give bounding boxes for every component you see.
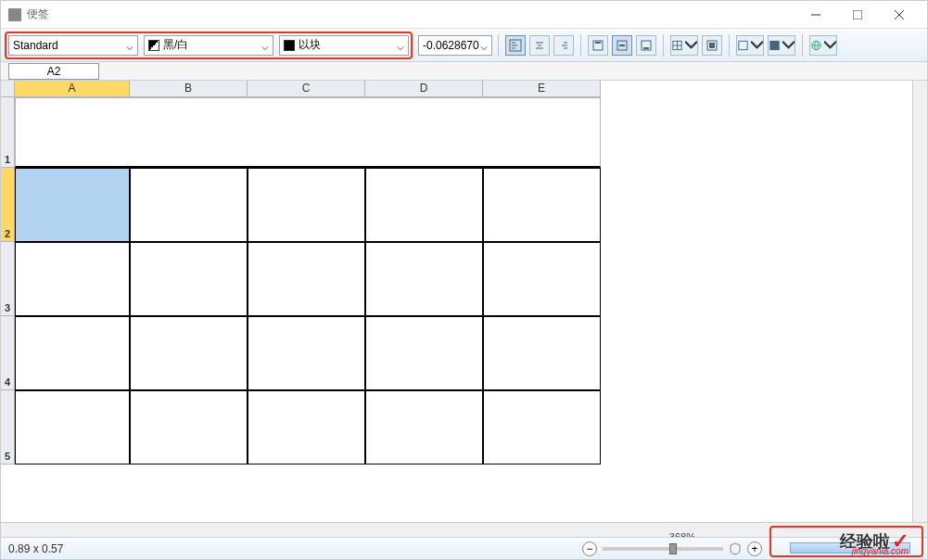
separator [663,34,664,57]
merge-cells-button[interactable] [670,35,698,56]
shield-icon [729,542,742,555]
cell-e3[interactable] [483,242,601,316]
black-swatch-icon [284,40,295,51]
zoom-out-button[interactable]: − [582,541,597,556]
separator [802,34,803,57]
align-center-button[interactable] [529,35,550,56]
app-icon [8,8,21,21]
zoom-control: − + [582,541,762,556]
globe-button[interactable] [809,35,837,56]
cell-reference-input[interactable]: A2 [8,63,99,80]
watermark-url: jingyanla.com [852,546,909,556]
fill-dropdown-label: 以块 [299,37,321,53]
cell-d5[interactable] [365,390,483,465]
zoom-slider[interactable] [603,547,723,551]
vertical-scrollbar[interactable] [912,81,927,522]
cell-e2[interactable] [483,168,601,242]
row-header-5[interactable]: 5 [1,390,15,465]
cell-a4[interactable] [15,316,130,390]
align-right-button[interactable] [553,35,574,56]
cell-a1-merged[interactable] [15,97,601,168]
chevron-down-icon [261,42,269,49]
row-header-2[interactable]: 2 [1,168,15,242]
toolbar-highlight: Standard 黑/白 以块 [5,32,413,59]
select-all-corner[interactable] [1,81,15,97]
toolbar: Standard 黑/白 以块 -0.0628670 [1,29,927,62]
col-header-c[interactable]: C [248,81,365,97]
cell-e4[interactable] [483,316,601,390]
separator [498,34,499,57]
cell-e5[interactable] [483,390,601,465]
cell-c3[interactable] [248,242,365,316]
horizontal-scrollbar[interactable] [1,522,927,537]
color-dropdown[interactable]: 黑/白 [144,35,273,56]
maximize-button[interactable] [836,1,878,29]
border-button-2[interactable] [768,35,795,56]
valign-top-button[interactable] [588,35,608,56]
cell-b4[interactable] [130,316,248,390]
cell-b2[interactable] [130,168,248,242]
row-header-4[interactable]: 4 [1,316,15,390]
number-value: -0.0628670 [423,39,479,52]
minimize-button[interactable] [795,1,836,29]
col-header-a[interactable]: A [15,81,130,97]
status-coords: 0.89 x 0.57 [8,542,582,555]
col-header-d[interactable]: D [365,81,483,97]
separator [580,34,581,57]
column-headers: A B C D E [1,81,601,97]
svg-rect-26 [770,41,779,49]
split-cells-button[interactable] [702,35,722,56]
row-header-1[interactable]: 1 [1,97,15,168]
cell-c4[interactable] [248,316,365,390]
titlebar: 便签 [1,1,927,29]
chevron-down-icon [126,42,133,49]
watermark: 经验啦 ✓ jingyanla.com [840,529,909,554]
zoom-slider-thumb[interactable] [669,543,677,554]
cell-a3[interactable] [15,242,130,316]
chevron-down-icon [397,42,404,49]
col-header-e[interactable]: E [483,81,601,97]
close-button[interactable] [878,1,920,29]
cell-d2[interactable] [365,168,483,242]
svg-rect-24 [709,43,715,48]
svg-rect-1 [853,10,862,19]
valign-middle-button[interactable] [612,35,632,56]
color-dropdown-label: 黑/白 [163,37,188,53]
cell-d4[interactable] [365,316,483,390]
cell-a5[interactable] [15,390,130,465]
cell-b3[interactable] [130,242,248,316]
fill-dropdown[interactable]: 以块 [279,35,409,56]
cell-a2[interactable] [15,168,130,242]
valign-bottom-button[interactable] [636,35,656,56]
window-title: 便签 [27,6,795,22]
border-button-1[interactable] [736,35,764,56]
status-bar: 0.89 x 0.57 − + [1,537,927,559]
reference-bar: A2 [1,62,927,81]
cell-d3[interactable] [365,242,483,316]
cell-c5[interactable] [248,390,365,465]
row-header-3[interactable]: 3 [1,242,15,316]
cell-b5[interactable] [130,390,248,465]
row-headers: 1 2 3 4 5 [1,97,15,465]
svg-rect-25 [739,41,747,49]
chevron-down-icon [480,42,488,49]
style-dropdown[interactable]: Standard [8,35,138,56]
style-dropdown-label: Standard [13,39,58,52]
col-header-b[interactable]: B [130,81,248,97]
bw-swatch-icon [148,40,159,51]
cell-c2[interactable] [248,168,365,242]
align-left-button[interactable] [505,35,526,56]
spreadsheet-area: A B C D E 1 2 3 4 5 [1,81,927,509]
zoom-in-button[interactable]: + [747,541,762,556]
number-dropdown[interactable]: -0.0628670 [418,35,492,56]
separator [729,34,730,57]
